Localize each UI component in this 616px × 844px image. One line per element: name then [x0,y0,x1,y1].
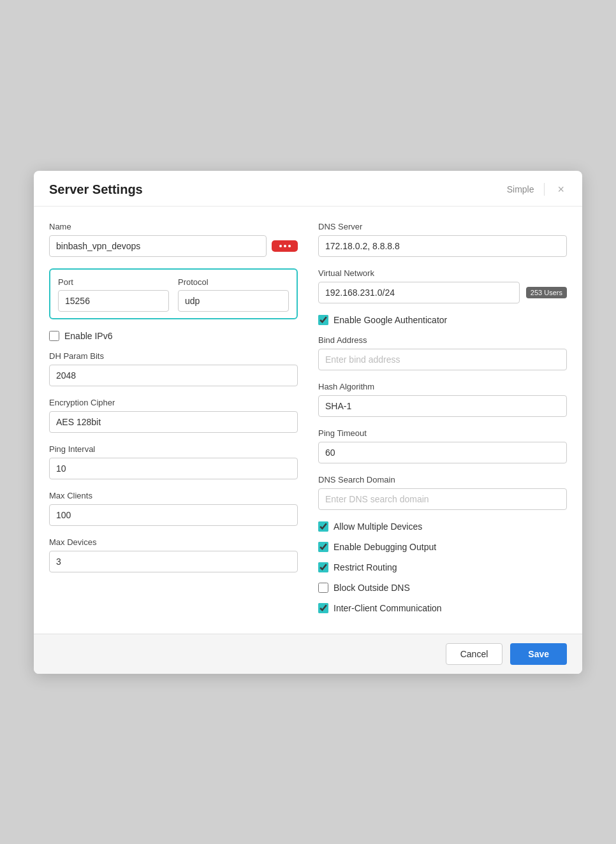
max-devices-input[interactable] [49,551,298,572]
hash-algorithm-label: Hash Algorithm [318,382,567,391]
ping-timeout-input[interactable] [318,442,567,463]
hash-algorithm-field-group: Hash Algorithm [318,382,567,417]
dialog-header: Server Settings Simple × [34,171,582,207]
max-devices-label: Max Devices [49,537,298,547]
block-outside-dns-label[interactable]: Block Outside DNS [334,583,410,593]
name-field-group: Name [49,222,298,257]
enable-ipv6-label[interactable]: Enable IPv6 [64,331,113,341]
dialog-footer: Cancel Save [34,634,582,674]
bind-address-input[interactable] [318,349,567,370]
dialog-title: Server Settings [49,182,143,197]
enable-google-auth-label[interactable]: Enable Google Authenticator [334,315,447,325]
ping-timeout-label: Ping Timeout [318,428,567,438]
allow-multiple-devices-checkbox[interactable] [318,521,328,532]
dot1 [279,245,282,247]
port-field: Port [58,277,169,312]
dh-param-field-group: DH Param Bits [49,351,298,386]
enable-debugging-row: Enable Debugging Output [318,542,567,552]
inter-client-label[interactable]: Inter-Client Communication [334,603,442,613]
dns-server-input[interactable] [318,235,567,257]
enable-debugging-checkbox[interactable] [318,542,328,552]
enable-ipv6-checkbox[interactable] [49,331,59,341]
virtual-network-label: Virtual Network [318,268,567,278]
enable-ipv6-row: Enable IPv6 [49,331,298,341]
encryption-field-group: Encryption Cipher [49,398,298,433]
users-badge: 253 Users [526,287,567,298]
enable-google-auth-row: Enable Google Authenticator [318,315,567,325]
restrict-routing-label[interactable]: Restrict Routing [334,562,397,572]
ping-timeout-field-group: Ping Timeout [318,428,567,463]
port-input[interactable] [58,290,169,312]
dns-search-domain-input[interactable] [318,488,567,510]
max-clients-field-group: Max Clients [49,491,298,526]
max-clients-input[interactable] [49,504,298,526]
dns-server-field-group: DNS Server [318,222,567,257]
bind-address-field-group: Bind Address [318,335,567,370]
dns-server-label: DNS Server [318,222,567,231]
dns-search-domain-field-group: DNS Search Domain [318,475,567,510]
allow-multiple-devices-row: Allow Multiple Devices [318,521,567,532]
restrict-routing-checkbox[interactable] [318,562,328,572]
protocol-field: Protocol [178,277,289,312]
name-label: Name [49,222,298,231]
inter-client-row: Inter-Client Communication [318,603,567,613]
name-input[interactable] [49,235,267,257]
encryption-input[interactable] [49,411,298,433]
bind-address-label: Bind Address [318,335,567,345]
enable-google-auth-checkbox[interactable] [318,315,328,325]
max-devices-field-group: Max Devices [49,537,298,572]
allow-multiple-devices-label[interactable]: Allow Multiple Devices [334,521,422,532]
virtual-network-input[interactable] [318,282,520,303]
header-right: Simple × [507,182,567,196]
protocol-input[interactable] [178,290,289,312]
dh-param-input[interactable] [49,365,298,386]
name-row [49,235,298,257]
ping-interval-input[interactable] [49,458,298,479]
save-button[interactable]: Save [510,643,567,665]
port-protocol-box: Port Protocol [49,268,298,319]
left-column: Name Port [49,222,298,623]
encryption-label: Encryption Cipher [49,398,298,407]
dot3 [288,245,291,247]
dialog-body: Name Port [34,207,582,634]
ping-interval-field-group: Ping Interval [49,444,298,479]
block-outside-dns-checkbox[interactable] [318,583,328,593]
header-divider [544,183,545,196]
server-settings-dialog: Server Settings Simple × Name [34,171,582,674]
port-protocol-row: Port Protocol [58,277,289,312]
dots-button[interactable] [272,240,298,252]
enable-debugging-label[interactable]: Enable Debugging Output [334,542,436,552]
virtual-network-field-group: Virtual Network 253 Users [318,268,567,303]
ping-interval-label: Ping Interval [49,444,298,454]
port-label: Port [58,277,169,287]
block-outside-dns-row: Block Outside DNS [318,583,567,593]
inter-client-checkbox[interactable] [318,603,328,613]
cancel-button[interactable]: Cancel [446,643,503,665]
hash-algorithm-input[interactable] [318,395,567,417]
simple-label: Simple [507,184,534,194]
virtual-network-row: 253 Users [318,282,567,303]
dns-search-domain-label: DNS Search Domain [318,475,567,484]
right-column: DNS Server Virtual Network 253 Users Ena… [318,222,567,623]
restrict-routing-row: Restrict Routing [318,562,567,572]
max-clients-label: Max Clients [49,491,298,500]
close-button[interactable]: × [555,182,567,196]
dot2 [284,245,286,247]
dh-param-label: DH Param Bits [49,351,298,361]
protocol-label: Protocol [178,277,289,287]
